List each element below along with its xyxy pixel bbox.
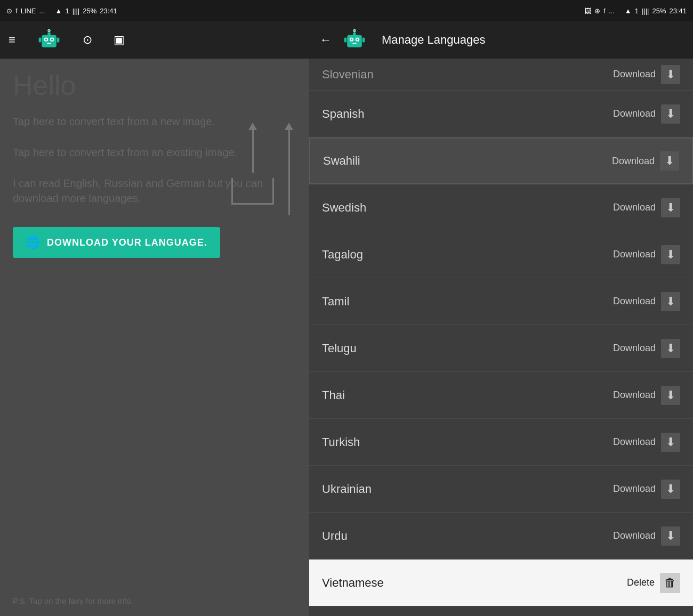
language-name-tamil: Tamil xyxy=(322,295,349,309)
download-arrow-icon-tagalog: ⬇ xyxy=(661,245,680,264)
list-item-slovenian-partial: Slovenian Download ⬇ xyxy=(309,59,693,91)
gallery-button[interactable]: ▣ xyxy=(114,33,125,47)
svg-rect-20 xyxy=(344,37,347,42)
download-label-telugu: Download xyxy=(613,343,656,354)
menu-button[interactable]: ≡ xyxy=(9,33,15,47)
language-name-tagalog: Tagalog xyxy=(322,248,363,262)
language-name-swahili: Swahili xyxy=(323,154,360,168)
svg-rect-16 xyxy=(352,43,356,44)
list-item-tamil: Tamil Download ⬇ xyxy=(309,278,693,325)
right-nav-panel: ← Manage Languages xyxy=(309,21,693,59)
language-name-swedish: Swedish xyxy=(322,201,366,215)
svg-rect-21 xyxy=(362,37,365,42)
download-action-urdu[interactable]: Download ⬇ xyxy=(613,526,680,546)
list-item-vietnamese: Vietnamese Delete 🗑 xyxy=(309,560,693,606)
svg-rect-11 xyxy=(347,35,362,47)
bracket-left xyxy=(231,178,274,205)
language-name-slovenian: Slovenian xyxy=(322,68,374,82)
arrow-shaft-left xyxy=(252,130,254,173)
wifi-icon-left: ▲ xyxy=(55,7,62,15)
trash-icon-vietnamese: 🗑 xyxy=(660,573,680,593)
download-action-thai[interactable]: Download ⬇ xyxy=(613,386,680,405)
download-action-spanish[interactable]: Download ⬇ xyxy=(613,104,680,124)
image-notify-icon: 🖼 xyxy=(584,7,591,15)
list-item-turkish: Turkish Download ⬇ xyxy=(309,419,693,466)
fb-icon-right: f xyxy=(603,7,606,15)
download-label-urdu: Download xyxy=(613,530,656,541)
download-arrow-icon-swedish: ⬇ xyxy=(661,198,680,217)
list-item-thai: Thai Download ⬇ xyxy=(309,372,693,419)
download-label-turkish: Download xyxy=(613,436,656,448)
download-language-button[interactable]: 🌐 DOWNLOAD YOUR LANGUAGE. xyxy=(13,227,220,258)
download-label-swahili: Download xyxy=(612,156,655,167)
battery-right: 25% xyxy=(652,7,666,15)
svg-point-4 xyxy=(51,38,53,40)
list-item-telugu: Telugu Download ⬇ xyxy=(309,325,693,372)
more-icon-right: ... xyxy=(609,7,615,15)
messenger-icon: ⊕ xyxy=(594,7,600,15)
svg-point-19 xyxy=(353,29,356,32)
download-arrow-icon-turkish: ⬇ xyxy=(661,433,680,452)
language-name-urdu: Urdu xyxy=(322,529,348,543)
sim-right: 1 xyxy=(635,7,639,15)
download-action-turkish[interactable]: Download ⬇ xyxy=(613,433,680,452)
sim-left: 1 xyxy=(65,7,69,15)
wifi-icon-right: ▲ xyxy=(625,7,632,15)
download-action-swedish[interactable]: Download ⬇ xyxy=(613,198,680,217)
language-list: Slovenian Download ⬇ Spanish Download ⬇ … xyxy=(309,59,693,616)
robot-logo-left xyxy=(37,28,61,52)
download-arrow-icon-urdu: ⬇ xyxy=(661,526,680,546)
download-action-tagalog[interactable]: Download ⬇ xyxy=(613,245,680,264)
arrow-head-right xyxy=(285,123,293,130)
svg-rect-10 xyxy=(57,37,60,42)
status-bar: ⊙ f LINE ... ▲ 1 |||| 25% 23:41 🖼 ⊕ f ..… xyxy=(0,0,693,21)
signal-left: |||| xyxy=(72,7,80,15)
main-content: Hello Tap here to convert text from a ne… xyxy=(0,59,693,616)
list-item-ukrainian: Ukrainian Download ⬇ xyxy=(309,466,693,513)
more-icon: ... xyxy=(39,7,45,15)
download-label-spanish: Download xyxy=(613,108,656,119)
download-arrow-icon-ukrainian: ⬇ xyxy=(661,480,680,499)
list-item-urdu: Urdu Download ⬇ xyxy=(309,513,693,560)
svg-point-3 xyxy=(45,38,47,40)
delete-action-vietnamese[interactable]: Delete 🗑 xyxy=(627,573,680,593)
list-item-swahili: Swahili Download ⬇ xyxy=(309,137,693,184)
left-panel: Hello Tap here to convert text from a ne… xyxy=(0,59,309,616)
download-label-ukrainian: Download xyxy=(613,483,656,495)
download-action-swahili[interactable]: Download ⬇ xyxy=(612,151,679,171)
time-left: 23:41 xyxy=(100,7,117,15)
back-button[interactable]: ← xyxy=(320,33,332,47)
svg-rect-5 xyxy=(47,43,51,44)
download-label-slovenian: Download xyxy=(613,69,656,80)
download-label-swedish: Download xyxy=(613,202,656,213)
arrows-illustration xyxy=(231,123,293,215)
line-icon: LINE xyxy=(21,7,36,15)
download-label-thai: Download xyxy=(613,390,656,401)
arrow-right xyxy=(285,123,293,215)
list-item-spanish: Spanish Download ⬇ xyxy=(309,91,693,137)
facebook-icon: f xyxy=(15,7,18,15)
delete-label-vietnamese: Delete xyxy=(627,577,655,588)
arrow-head-left xyxy=(248,123,257,130)
download-btn-label: DOWNLOAD YOUR LANGUAGE. xyxy=(47,237,207,248)
list-item-swedish: Swedish Download ⬇ xyxy=(309,184,693,231)
download-action-tamil[interactable]: Download ⬇ xyxy=(613,292,680,311)
svg-rect-9 xyxy=(39,37,42,42)
globe-icon: 🌐 xyxy=(26,236,41,249)
top-navigation: ≡ ⊙ ▣ ← xyxy=(0,21,693,59)
arrow-shaft-right xyxy=(288,130,290,215)
download-action-slovenian[interactable]: Download ⬇ xyxy=(613,65,680,84)
language-name-telugu: Telugu xyxy=(322,342,357,355)
robot-logo-right xyxy=(342,28,367,52)
camera-button[interactable]: ⊙ xyxy=(83,33,92,47)
signal-right: |||| xyxy=(642,7,649,15)
time-right: 23:41 xyxy=(669,7,687,15)
download-action-ukrainian[interactable]: Download ⬇ xyxy=(613,480,680,499)
download-action-telugu[interactable]: Download ⬇ xyxy=(613,339,680,358)
download-arrow-icon-slovenian: ⬇ xyxy=(661,65,680,84)
language-name-spanish: Spanish xyxy=(322,107,365,121)
svg-point-8 xyxy=(48,29,51,32)
status-bar-right: 🖼 ⊕ f ... ▲ 1 |||| 25% 23:41 xyxy=(584,7,687,15)
language-name-thai: Thai xyxy=(322,388,345,402)
download-arrow-icon-telugu: ⬇ xyxy=(661,339,680,358)
